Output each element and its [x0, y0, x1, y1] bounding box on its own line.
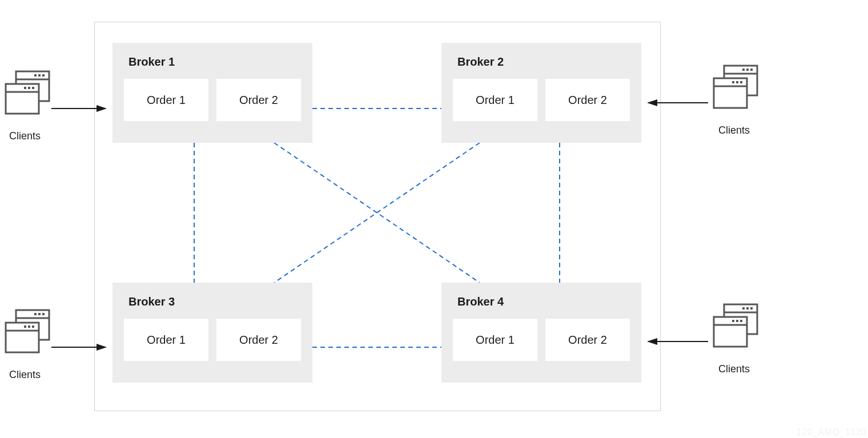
svg-rect-3	[38, 74, 41, 77]
broker-3-title: Broker 3	[128, 295, 301, 308]
svg-rect-29	[32, 326, 34, 328]
broker-4-order-1: Order 1	[453, 319, 537, 361]
broker-1-orders: Order 1Order 2	[124, 79, 301, 121]
watermark: 120_AMQ_1120	[797, 427, 867, 437]
svg-rect-35	[714, 317, 747, 347]
broker-2-title: Broker 2	[457, 55, 630, 69]
broker-4-orders: Order 1Order 2	[453, 319, 630, 361]
clients-icon	[6, 310, 49, 352]
svg-rect-23	[38, 313, 41, 315]
svg-rect-34	[750, 307, 753, 310]
svg-rect-7	[24, 87, 26, 89]
svg-rect-4	[42, 74, 45, 77]
svg-rect-0	[16, 71, 49, 101]
svg-rect-8	[28, 87, 30, 89]
clients-tl-label: Clients	[9, 130, 41, 142]
clients-icon	[714, 66, 757, 108]
clients-tr-label: Clients	[718, 124, 750, 136]
svg-rect-14	[750, 69, 753, 71]
svg-rect-22	[34, 313, 37, 315]
svg-rect-2	[34, 74, 37, 77]
broker-2-order-2: Order 2	[545, 79, 630, 121]
svg-rect-9	[32, 87, 34, 89]
svg-rect-32	[742, 307, 745, 310]
broker-3: Broker 3Order 1Order 2	[112, 283, 312, 383]
broker-1-order-1: Order 1	[124, 79, 208, 121]
svg-rect-18	[736, 81, 738, 83]
svg-rect-24	[42, 313, 45, 315]
broker-3-order-2: Order 2	[216, 319, 301, 361]
svg-rect-33	[746, 307, 749, 310]
broker-1-order-2: Order 2	[216, 79, 301, 121]
broker-3-orders: Order 1Order 2	[124, 319, 301, 361]
svg-rect-25	[6, 323, 39, 352]
broker-4-order-2: Order 2	[545, 319, 630, 361]
svg-rect-17	[732, 81, 734, 83]
svg-rect-38	[736, 320, 738, 322]
diagram-canvas: ClientsClientsClientsClientsBroker 1Orde…	[0, 0, 868, 438]
svg-rect-19	[740, 81, 742, 83]
clients-icon	[6, 71, 49, 114]
svg-rect-13	[746, 69, 749, 71]
broker-4-title: Broker 4	[457, 295, 630, 308]
clients-icon	[714, 304, 757, 347]
broker-1-title: Broker 1	[128, 55, 301, 69]
svg-rect-27	[24, 326, 26, 328]
svg-rect-15	[714, 78, 747, 108]
svg-rect-10	[724, 66, 757, 95]
svg-rect-30	[724, 304, 757, 334]
svg-rect-37	[732, 320, 734, 322]
svg-rect-12	[742, 69, 745, 71]
broker-2-orders: Order 1Order 2	[453, 79, 630, 121]
clients-bl-label: Clients	[9, 369, 41, 381]
broker-2: Broker 2Order 1Order 2	[441, 43, 641, 143]
broker-3-order-1: Order 1	[124, 319, 208, 361]
svg-rect-5	[6, 84, 39, 114]
svg-rect-39	[740, 320, 742, 322]
broker-2-order-1: Order 1	[453, 79, 537, 121]
clients-br-label: Clients	[718, 363, 750, 375]
broker-4: Broker 4Order 1Order 2	[441, 283, 641, 383]
svg-rect-28	[28, 326, 30, 328]
svg-rect-20	[16, 310, 49, 340]
broker-1: Broker 1Order 1Order 2	[112, 43, 312, 143]
